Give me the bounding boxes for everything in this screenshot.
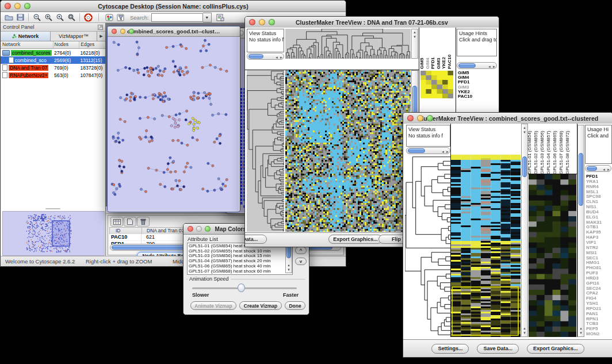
save-icon[interactable] [14, 13, 26, 22]
viewstatus-hscrollbar[interactable]: ◄ ► [406, 147, 450, 154]
vthumb[interactable] [579, 153, 583, 206]
viewstatus-hscrollbar[interactable]: ◄ ► [247, 53, 284, 60]
zoom-heatmap-canvas[interactable] [420, 71, 453, 98]
scroll-down-arrow2[interactable]: ▼ [522, 331, 527, 335]
heatmap-canvas[interactable] [451, 155, 521, 337]
vthumb[interactable] [522, 156, 527, 177]
animate-vizmap-button[interactable]: Animate Vizmap [190, 301, 236, 310]
scroll-left-arrow[interactable]: ◄ [488, 64, 491, 70]
close-button[interactable] [407, 115, 414, 121]
close-button[interactable] [112, 29, 117, 34]
float-panel-icon[interactable] [98, 22, 103, 32]
scroll-up-arrow[interactable]: ▲ [578, 326, 584, 331]
close-button[interactable] [5, 3, 11, 9]
attribute-listbox[interactable]: GPL51-01 (GSM854) heat shock 05 minGPL51… [187, 243, 293, 275]
search-dropdown-button[interactable]: ▼ [203, 13, 212, 22]
column-label[interactable]: GPL51-03 (GSM856) [540, 131, 545, 174]
zoom-fit-icon[interactable] [66, 13, 77, 22]
zoom-button[interactable] [24, 3, 30, 9]
row-dendrogram-canvas[interactable] [247, 70, 284, 232]
network-view-canvas[interactable] [108, 37, 239, 211]
zoom-out-icon[interactable] [31, 13, 43, 22]
zoom-button[interactable] [427, 115, 433, 121]
scroll-right-arrow[interactable]: ► [446, 149, 449, 155]
scroll-up-arrow[interactable]: ▲ [412, 30, 418, 35]
filter-icon[interactable] [115, 13, 127, 22]
minimize-button[interactable] [196, 226, 202, 232]
scroll-up-arrow[interactable]: ▲ [522, 125, 527, 130]
row-dendrogram-canvas[interactable] [405, 155, 450, 337]
column-label[interactable]: GPL51-02 (GSM855) [533, 131, 538, 174]
attribute-list-item[interactable]: GPL51-07 (GSM868) heat shock 60 min [189, 269, 291, 274]
usagehints-hscrollbar[interactable]: ◄ ► [585, 165, 611, 172]
column-label[interactable]: GPL51-07 (GSM868) [559, 131, 564, 174]
scroll-up-arrow2[interactable]: ▲ [522, 326, 527, 331]
minimize-button[interactable] [14, 3, 21, 9]
column-label[interactable]: GIM3 [436, 58, 441, 69]
hthumb[interactable] [458, 63, 476, 68]
scroll-down-arrow[interactable]: ▼ [578, 331, 584, 335]
scroll-left-arrow[interactable]: ◄ [441, 149, 445, 155]
scroll-left-arrow[interactable]: ◄ [275, 55, 278, 60]
zoom-button[interactable] [205, 226, 211, 232]
network-overview-panel[interactable] [2, 211, 105, 256]
help-lifesaver-icon[interactable] [82, 13, 94, 22]
scroll-down-arrow[interactable]: ▼ [412, 35, 418, 39]
tv1-button-export-graphics[interactable]: Export Graphics... [328, 235, 382, 244]
tv2-button-settings[interactable]: Settings... [431, 344, 469, 354]
column-label[interactable]: GPL51-06 (GSM865) [552, 131, 557, 174]
network-table-row[interactable]: combined_scores2764(0)16218(0) [1, 49, 105, 56]
tv1-button-save-data[interactable]: Save Data... [244, 235, 267, 244]
column-dendrogram-canvas[interactable] [285, 29, 411, 59]
scroll-right-arrow[interactable]: ► [280, 55, 283, 60]
scroll-right-arrow[interactable]: ► [607, 167, 610, 173]
column-label[interactable]: YKE2 [441, 57, 446, 69]
list-vscrollbar[interactable]: ▲ ▼ [285, 243, 292, 273]
network-table-row[interactable]: DNA and Tran 07769(0)183728(0) [1, 64, 105, 71]
zoom-button[interactable] [129, 29, 134, 34]
hthumb[interactable] [408, 148, 425, 153]
create-vizmap-button[interactable]: Create Vizmap [239, 301, 282, 310]
tab-overflow-button[interactable]: ▶ [97, 32, 105, 41]
report-icon[interactable] [215, 13, 226, 22]
tab-network[interactable]: Network [1, 32, 51, 41]
hthumb[interactable] [248, 54, 263, 59]
select-attributes-icon[interactable] [110, 217, 123, 227]
tab-vizmapper[interactable]: VizMapper™ [51, 32, 97, 41]
minimize-button[interactable] [259, 19, 265, 25]
zoom-button[interactable] [269, 19, 275, 25]
column-label[interactable]: PFD1 [430, 58, 435, 69]
close-button[interactable] [188, 226, 193, 232]
speed-slider-thumb[interactable] [238, 283, 245, 292]
column-label[interactable]: GPL51-04 (GSM857) [546, 131, 551, 174]
heatmap-canvas[interactable] [285, 70, 411, 232]
column-label[interactable]: GPL51-08 (GSM872) [565, 131, 570, 174]
network-table-row[interactable]: combined_sco2569(6)13112(15) [1, 56, 105, 64]
hthumb[interactable] [587, 166, 597, 171]
move-down-button[interactable]: v [295, 258, 307, 265]
network-table-row[interactable]: RNAPuberNov2+563(0)107847(0) [1, 71, 105, 79]
zoom-actual-icon[interactable] [54, 13, 66, 22]
gene-label[interactable]: PAC10 [457, 94, 497, 99]
column-label[interactable]: GIM4 [425, 58, 430, 69]
minimize-button[interactable] [417, 115, 423, 121]
minimize-button[interactable] [120, 29, 125, 34]
scroll-up-arrow[interactable]: ▲ [286, 263, 292, 267]
done-button[interactable]: Done [285, 301, 305, 310]
delete-attribute-icon[interactable] [137, 217, 150, 227]
tv2-gene-vscrollbar[interactable]: ▲ ▼ [577, 125, 584, 337]
tv2-button-save-data[interactable]: Save Data... [477, 344, 519, 354]
zoom-in-icon[interactable] [43, 13, 54, 22]
column-label[interactable]: GPL51-01 (GSM854) [527, 131, 532, 174]
tv2-button-export-graphics[interactable]: Export Graphics... [527, 344, 584, 354]
column-label[interactable]: GIM5 [419, 58, 424, 69]
scroll-right-arrow[interactable]: ► [492, 64, 496, 70]
search-input[interactable] [151, 13, 203, 22]
network-overview-canvas[interactable] [3, 212, 103, 254]
close-button[interactable] [249, 19, 255, 25]
vizmapper-icon[interactable] [104, 13, 115, 22]
scroll-down-arrow[interactable]: ▼ [286, 267, 292, 272]
scroll-left-arrow[interactable]: ◄ [602, 167, 606, 173]
panel-divider[interactable] [1, 207, 105, 210]
new-attribute-icon[interactable] [124, 217, 136, 227]
